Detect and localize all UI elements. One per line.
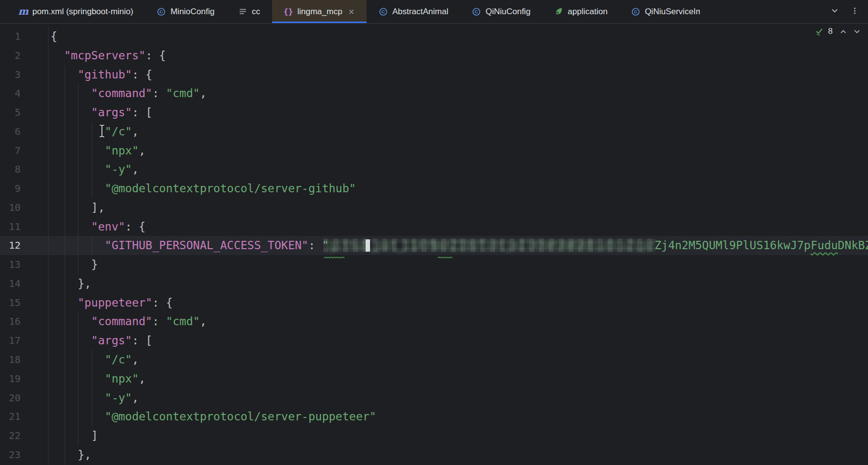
line-number[interactable]: 5 [0, 103, 49, 122]
class-icon: C [472, 7, 481, 16]
show-hidden-tabs-button[interactable] [830, 6, 839, 17]
tab-abstractanimal[interactable]: CAbstractAnimal [367, 0, 460, 23]
code-line[interactable]: 19 "npx", [0, 369, 868, 388]
code-line[interactable]: 16 "command": "cmd", [0, 312, 868, 331]
indent-guide [78, 369, 78, 388]
tab-qiniuconfig[interactable]: CQiNiuConfig [460, 0, 543, 23]
code-line[interactable]: 17 "args": [ [0, 331, 868, 350]
line-number[interactable]: 13 [0, 255, 49, 274]
code-line[interactable]: 8 "-y", [0, 160, 868, 179]
indent-guide [78, 160, 78, 179]
indent-guide [78, 312, 78, 331]
line-number[interactable]: 16 [0, 312, 49, 331]
line-number[interactable]: 11 [0, 217, 49, 236]
kebab-menu-icon [850, 6, 859, 15]
spring-boot-icon [554, 7, 563, 16]
previous-problem-button[interactable] [839, 27, 848, 36]
indent-guide [65, 293, 65, 312]
line-number[interactable]: 10 [0, 198, 49, 217]
indent-guide [65, 312, 65, 331]
code-line[interactable]: 2 "mcpServers": { [0, 46, 868, 65]
code-text: "npx", [49, 369, 146, 388]
code-line[interactable]: 20 "-y", [0, 388, 868, 408]
inspection-count: 8 [828, 26, 833, 36]
code-line[interactable]: 18 "/c", [0, 350, 868, 369]
code-line[interactable]: 10 ], [0, 198, 868, 217]
tab-application[interactable]: application [542, 0, 619, 23]
code-line[interactable]: 3 "github": { [0, 65, 868, 84]
code-text: ], [49, 198, 105, 217]
more-options-button[interactable] [850, 6, 859, 17]
indent-guide [78, 122, 78, 141]
line-number[interactable]: 22 [0, 426, 49, 445]
line-number[interactable]: 19 [0, 369, 49, 388]
indent-guide [65, 84, 65, 103]
indent-guide [92, 122, 92, 141]
code-line[interactable]: 9 "@modelcontextprotocol/server-github" [0, 179, 868, 198]
caret [366, 239, 370, 252]
indent-guide [65, 274, 65, 293]
indent-guide [65, 141, 65, 160]
line-number[interactable]: 14 [0, 274, 49, 293]
tab-label: QiNiuConfig [486, 7, 531, 17]
indent-guide [65, 445, 65, 465]
line-number[interactable]: 23 [0, 445, 49, 465]
close-icon[interactable] [348, 8, 355, 15]
next-problem-button[interactable] [852, 27, 862, 36]
line-number[interactable]: 9 [0, 179, 49, 198]
line-number[interactable]: 21 [0, 407, 49, 426]
code-line[interactable]: 11 "env": { [0, 217, 868, 236]
code-line[interactable]: 5 "args": [ [0, 103, 868, 122]
code-text: "-y", [49, 160, 139, 179]
indent-guide [78, 103, 78, 122]
tab-cc[interactable]: cc [226, 0, 272, 23]
line-number[interactable]: 17 [0, 331, 49, 350]
line-number[interactable]: 8 [0, 160, 49, 179]
code-line[interactable]: 7 "npx", [0, 141, 868, 160]
svg-text:C: C [634, 9, 638, 14]
tab-lingma-mcp[interactable]: {}lingma_mcp [272, 0, 367, 23]
code-line[interactable]: 21 "@modelcontextprotocol/server-puppete… [0, 407, 868, 426]
code-line[interactable]: 14 }, [0, 274, 868, 293]
class-icon: C [378, 7, 388, 16]
line-number[interactable]: 20 [0, 388, 49, 408]
code-line[interactable]: 15 "puppeteer": { [0, 293, 868, 312]
editor[interactable]: 1{2 "mcpServers": {3 "github": {4 "comma… [0, 24, 868, 465]
code-line[interactable]: 12 "GITHUB_PERSONAL_ACCESS_TOKEN": "gith… [0, 236, 868, 255]
indent-guide [65, 426, 65, 445]
code-line[interactable]: 1{ [0, 27, 868, 46]
indent-guide [65, 407, 65, 426]
indent-guide [78, 198, 78, 217]
line-number[interactable]: 6 [0, 122, 49, 141]
code-text: }, [49, 274, 91, 293]
tab-label: cc [252, 7, 260, 17]
inspection-widget[interactable]: 8 [815, 26, 862, 36]
tab-minioconfig[interactable]: CMinioConfig [145, 0, 226, 23]
code-line[interactable]: 13 } [0, 255, 868, 274]
indent-guide [92, 141, 92, 160]
svg-text:C: C [475, 9, 478, 14]
tab-pom-xml-springboot-minio[interactable]: mpom.xml (springboot-minio) [7, 0, 145, 23]
line-number[interactable]: 12 [0, 236, 49, 255]
code-line[interactable]: 4 "command": "cmd", [0, 84, 868, 103]
line-number[interactable]: 4 [0, 84, 49, 103]
line-number[interactable]: 18 [0, 350, 49, 369]
tab-qiniuserviceim[interactable]: CQiNiuServiceIm [620, 0, 712, 23]
indent-guide [92, 160, 92, 179]
code-line[interactable]: 23 }, [0, 445, 868, 465]
code-line[interactable]: 22 ] [0, 426, 868, 445]
tab-bar: mpom.xml (springboot-minio)CMinioConfigc… [0, 0, 868, 24]
tab-label: application [568, 7, 607, 17]
line-number[interactable]: 15 [0, 293, 49, 312]
line-number[interactable]: 2 [0, 46, 49, 65]
code-text: "GITHUB_PERSONAL_ACCESS_TOKEN": "github_… [49, 236, 868, 255]
typo-check-icon [815, 27, 824, 36]
code-line[interactable]: 6 "/c", [0, 122, 868, 141]
line-number[interactable]: 7 [0, 141, 49, 160]
code-text: "command": "cmd", [49, 84, 207, 103]
code-text: "puppeteer": { [49, 293, 173, 312]
code-text: "-y", [49, 388, 139, 408]
line-number[interactable]: 3 [0, 65, 49, 84]
ide-window: mpom.xml (springboot-minio)CMinioConfigc… [0, 0, 868, 465]
line-number[interactable]: 1 [0, 27, 49, 46]
